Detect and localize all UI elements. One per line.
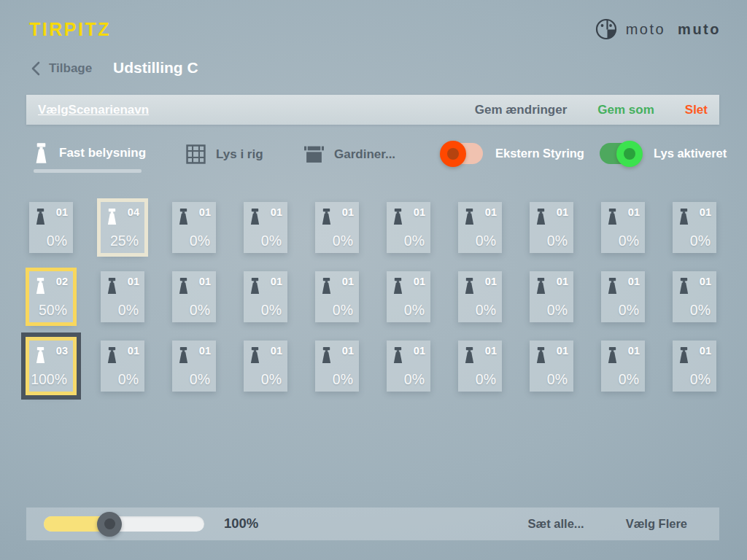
lamp-icon: [678, 277, 690, 295]
lamp-tile[interactable]: 01 0%: [458, 202, 502, 253]
lamp-tile[interactable]: 01 0%: [458, 271, 502, 322]
scenario-name-link[interactable]: VælgScenarienavn: [38, 103, 149, 117]
lamp-tile[interactable]: 01 0%: [530, 271, 573, 322]
lamp-tile[interactable]: 01 0%: [101, 271, 144, 322]
tile-percent: 25%: [110, 233, 139, 249]
delete-button[interactable]: Slet: [685, 103, 708, 117]
tile-number: 01: [557, 345, 568, 357]
lamp-tile[interactable]: 01 0%: [315, 341, 359, 392]
lamp-tile[interactable]: 01 0%: [530, 202, 573, 253]
tab-gardiner[interactable]: Gardiner...: [304, 144, 395, 164]
lys-aktiveret-toggle[interactable]: [600, 143, 641, 164]
lamp-icon: [320, 346, 333, 364]
chevron-left-icon: [29, 61, 42, 77]
slider-knob[interactable]: [97, 512, 122, 537]
tile-percent: 0%: [690, 302, 711, 319]
lamp-grid: 01 0% 04 25% 01 0% 01 0%: [29, 202, 716, 392]
set-all-button[interactable]: Sæt alle...: [528, 517, 584, 531]
lamp-tile[interactable]: 01 0%: [172, 271, 216, 322]
lamp-tile[interactable]: 01 0%: [530, 341, 573, 392]
lamp-tile[interactable]: 01 0%: [673, 341, 716, 392]
select-multiple-button[interactable]: Vælg Flere: [626, 517, 687, 531]
back-button[interactable]: Tilbage: [29, 61, 92, 77]
brightness-slider[interactable]: [44, 516, 204, 532]
lamp-tile[interactable]: 01 0%: [244, 202, 287, 253]
lamp-tile[interactable]: 01 0%: [458, 341, 502, 392]
lamp-tile[interactable]: 01 0%: [29, 202, 73, 253]
tile-percent: 0%: [476, 371, 496, 388]
save-as-button[interactable]: Gem som: [597, 103, 654, 117]
tab-lys-i-rig[interactable]: Lys i rig: [186, 144, 263, 164]
tile-number: 01: [199, 276, 211, 287]
tile-number: 01: [628, 345, 640, 357]
tab-label: Fast belysning: [59, 146, 146, 160]
tab-fast-belysning[interactable]: Fast belysning: [34, 143, 146, 163]
lamp-tile[interactable]: 01 0%: [387, 202, 430, 253]
lamp-tile[interactable]: 01 0%: [673, 202, 716, 253]
lamp-icon: [34, 208, 47, 225]
lamp-icon: [320, 277, 333, 295]
lamp-tile[interactable]: 01 0%: [172, 341, 216, 392]
lamp-tile[interactable]: 04 25%: [101, 202, 144, 253]
lamp-icon: [392, 346, 404, 364]
lamp-tile[interactable]: 03 100%: [29, 341, 73, 392]
rig-icon: [186, 144, 206, 164]
tile-percent: 0%: [690, 233, 711, 249]
tile-percent: 0%: [404, 302, 425, 319]
lamp-icon: [34, 277, 47, 295]
tile-percent: 0%: [690, 371, 711, 388]
toggle-label: Ekstern Styring: [495, 147, 584, 160]
tile-number: 02: [56, 276, 68, 287]
lamp-tile[interactable]: 01 0%: [673, 271, 716, 322]
tile-number: 01: [557, 206, 568, 218]
tile-number: 04: [128, 206, 139, 218]
lamp-tile[interactable]: 02 50%: [29, 271, 73, 322]
lamp-tile[interactable]: 01 0%: [244, 341, 287, 392]
lamp-icon: [463, 208, 476, 225]
toggle-knob: [616, 141, 643, 167]
lamp-tile[interactable]: 01 0%: [387, 271, 430, 322]
tile-number: 01: [485, 345, 497, 357]
tile-number: 01: [700, 276, 711, 287]
tile-percent: 0%: [118, 371, 139, 388]
lamp-icon: [34, 346, 47, 364]
tile-number: 01: [56, 206, 68, 218]
lamp-tile[interactable]: 01 0%: [601, 202, 645, 253]
lamp-icon: [106, 277, 118, 295]
ekstern-styring-toggle[interactable]: [441, 143, 483, 164]
footer-bar: 100% Sæt alle... Vælg Flere: [26, 508, 719, 540]
lamp-icon: [463, 346, 476, 364]
lamp-tile[interactable]: 01 0%: [601, 341, 645, 392]
lamp-tile[interactable]: 01 0%: [172, 202, 216, 253]
lamp-icon: [177, 277, 190, 295]
ekstern-styring-toggle-group: Ekstern Styring: [441, 143, 584, 164]
slider-value: 100%: [224, 516, 258, 532]
tile-percent: 0%: [190, 302, 210, 319]
brand-name-moto: moto: [626, 21, 665, 38]
lamp-tile[interactable]: 01 0%: [315, 271, 359, 322]
tile-percent: 0%: [333, 233, 353, 249]
curtain-icon: [304, 144, 324, 164]
tile-number: 01: [628, 206, 640, 218]
tile-number: 01: [485, 206, 497, 218]
scenario-bar: VælgScenarienavn Gem ændringer Gem som S…: [26, 95, 719, 125]
lamp-icon: [177, 208, 190, 225]
lamp-tile[interactable]: 01 0%: [601, 271, 645, 322]
lamp-icon: [249, 346, 261, 364]
lamp-icon: [678, 346, 690, 364]
tab-label: Gardiner...: [334, 147, 395, 162]
lamp-tile[interactable]: 01 0%: [315, 202, 359, 253]
tile-percent: 0%: [190, 371, 210, 388]
tile-number: 01: [271, 345, 282, 357]
lamp-icon: [392, 277, 404, 295]
lamp-tile[interactable]: 01 0%: [387, 341, 430, 392]
tile-percent: 0%: [547, 302, 568, 319]
lamp-icon: [606, 208, 619, 225]
lamp-icon: [535, 346, 547, 364]
lamp-tile[interactable]: 01 0%: [101, 341, 144, 392]
page-title: Udstilling C: [113, 59, 198, 77]
tile-number: 01: [414, 206, 425, 218]
lamp-icon: [34, 143, 49, 163]
lamp-tile[interactable]: 01 0%: [244, 271, 287, 322]
save-changes-button[interactable]: Gem ændringer: [475, 103, 568, 117]
